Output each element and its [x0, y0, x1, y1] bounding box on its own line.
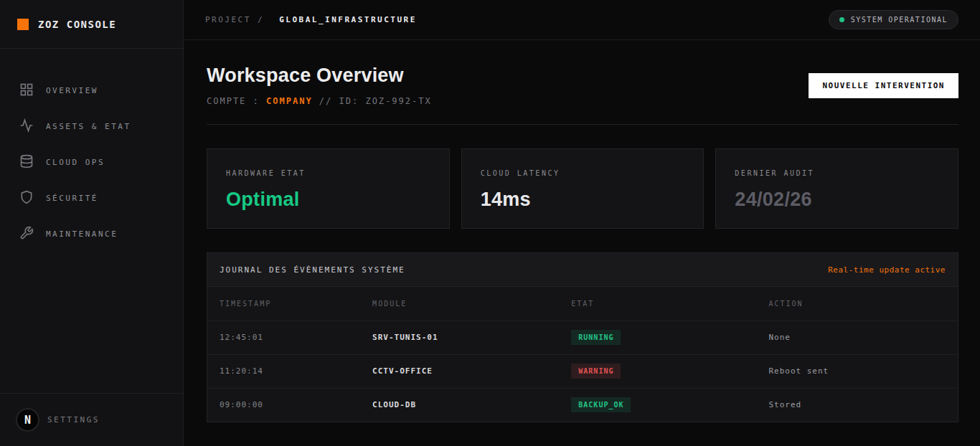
title-row: Workspace Overview COMPTE : COMPANY // I…	[207, 65, 958, 106]
events-table: TIMESTAMP MODULE ETAT ACTION 12:45:01SRV…	[207, 287, 958, 422]
sidebar-item-label: CLOUD OPS	[46, 158, 105, 167]
content: Workspace Overview COMPTE : COMPANY // I…	[184, 40, 980, 422]
title-block: Workspace Overview COMPTE : COMPANY // I…	[207, 65, 432, 106]
cell-timestamp: 11:20:14	[207, 354, 372, 388]
sidebar-item-settings[interactable]: SETTINGS	[47, 415, 100, 424]
cell-timestamp: 12:45:01	[207, 321, 372, 354]
activity-icon	[19, 118, 34, 135]
cell-etat: WARNING	[571, 354, 768, 388]
status-dot-icon	[839, 17, 844, 22]
account-name: COMPANY	[266, 96, 313, 106]
breadcrumb-root[interactable]: PROJECT /	[205, 15, 264, 24]
column-header-timestamp: TIMESTAMP	[207, 287, 372, 321]
cell-etat: BACKUP_OK	[571, 388, 768, 422]
sidebar-item-assets-etat[interactable]: ASSETS & ETAT	[0, 108, 183, 144]
stat-card-hardware: HARDWARE ETAT Optimal	[207, 148, 450, 229]
database-icon	[19, 154, 34, 171]
column-header-etat: ETAT	[571, 287, 768, 321]
stat-card-latency: CLOUD LATENCY 14ms	[461, 148, 705, 229]
stat-cards: HARDWARE ETAT Optimal CLOUD LATENCY 14ms…	[207, 148, 958, 229]
table-row: 11:20:14CCTV-OFFICEWARNINGReboot sent	[207, 354, 958, 388]
sidebar-item-label: OVERVIEW	[46, 86, 98, 95]
stat-card-value: 24/02/26	[735, 189, 939, 211]
cell-module: SRV-TUNIS-01	[372, 321, 571, 354]
section-divider	[207, 124, 958, 125]
subtitle-prefix: COMPTE :	[207, 96, 266, 106]
app-window: ZOZ CONSOLE OVERVIEW ASSETS & ETA	[0, 0, 980, 446]
grid-icon	[19, 82, 34, 99]
brand-square-icon	[17, 19, 29, 30]
status-badge: WARNING	[571, 364, 621, 379]
sidebar-item-label: MAINTENANCE	[46, 229, 118, 239]
cell-etat: RUNNING	[571, 321, 768, 354]
sidebar-item-label: ASSETS & ETAT	[46, 122, 131, 131]
main-area: PROJECT / GLOBAL_INFRASTRUCTURE SYSTEM O…	[184, 0, 980, 446]
events-panel-title: JOURNAL DES ÉVÈNEMENTS SYSTÈME	[220, 265, 405, 275]
stat-card-audit: DERNIER AUDIT 24/02/26	[715, 148, 958, 229]
events-panel-header: JOURNAL DES ÉVÈNEMENTS SYSTÈME Real-time…	[207, 253, 958, 287]
sidebar-item-securite[interactable]: SÉCURITÉ	[0, 180, 183, 216]
cell-action: Stored	[768, 388, 958, 422]
sidebar-item-overview[interactable]: OVERVIEW	[0, 72, 183, 108]
new-intervention-button[interactable]: NOUVELLE INTERVENTION	[809, 73, 958, 98]
column-header-action: ACTION	[768, 287, 958, 321]
wrench-icon	[19, 226, 34, 242]
cell-module: CLOUD-DB	[372, 388, 571, 422]
status-badge-label: SYSTEM OPERATIONAL	[851, 16, 948, 24]
sidebar-item-maintenance[interactable]: MAINTENANCE	[0, 216, 183, 252]
stat-card-label: DERNIER AUDIT	[735, 169, 939, 177]
logo: ZOZ CONSOLE	[0, 0, 183, 49]
account-subtitle: COMPTE : COMPANY // ID: ZOZ-992-TX	[207, 96, 432, 106]
shield-icon	[19, 190, 34, 207]
sidebar-nav: OVERVIEW ASSETS & ETAT C	[0, 49, 183, 393]
cell-action: Reboot sent	[768, 354, 958, 388]
subtitle-suffix: // ID: ZOZ-992-TX	[313, 96, 432, 106]
sidebar-item-label: SÉCURITÉ	[46, 194, 98, 203]
topbar: PROJECT / GLOBAL_INFRASTRUCTURE SYSTEM O…	[184, 0, 980, 40]
sidebar-footer: N SETTINGS	[0, 393, 183, 446]
avatar[interactable]: N	[16, 408, 39, 432]
sidebar: ZOZ CONSOLE OVERVIEW ASSETS & ETA	[0, 0, 184, 446]
breadcrumb: PROJECT / GLOBAL_INFRASTRUCTURE	[205, 15, 417, 24]
breadcrumb-current: GLOBAL_INFRASTRUCTURE	[279, 15, 417, 24]
events-table-header-row: TIMESTAMP MODULE ETAT ACTION	[207, 287, 958, 321]
stat-card-value: Optimal	[226, 189, 430, 211]
status-badge: BACKUP_OK	[571, 397, 631, 412]
status-badge: SYSTEM OPERATIONAL	[829, 10, 958, 29]
stat-card-label: CLOUD LATENCY	[481, 169, 685, 177]
cell-module: CCTV-OFFICE	[372, 354, 571, 388]
table-row: 12:45:01SRV-TUNIS-01RUNNINGNone	[207, 321, 958, 354]
events-panel: JOURNAL DES ÉVÈNEMENTS SYSTÈME Real-time…	[207, 252, 958, 422]
status-badge: RUNNING	[571, 330, 621, 345]
page-title: Workspace Overview	[207, 65, 432, 87]
cell-action: None	[768, 321, 958, 354]
logo-text: ZOZ CONSOLE	[38, 19, 116, 30]
realtime-status-label: Real-time update active	[828, 265, 946, 275]
stat-card-value: 14ms	[481, 189, 685, 211]
sidebar-item-cloud-ops[interactable]: CLOUD OPS	[0, 144, 183, 180]
column-header-module: MODULE	[372, 287, 571, 321]
table-row: 09:00:00CLOUD-DBBACKUP_OKStored	[207, 388, 958, 422]
cell-timestamp: 09:00:00	[207, 388, 372, 422]
stat-card-label: HARDWARE ETAT	[226, 169, 430, 177]
